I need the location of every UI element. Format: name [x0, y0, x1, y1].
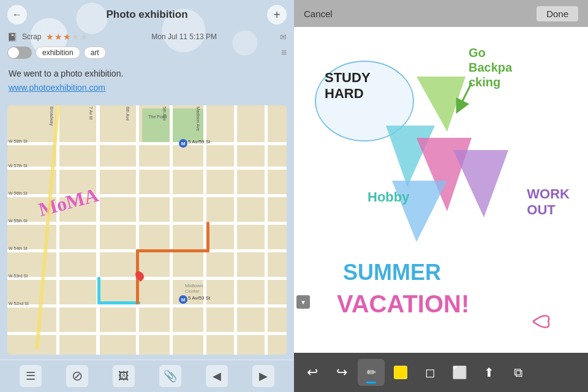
tag-art[interactable]: art	[84, 47, 106, 59]
vacation-text: VACATION!	[337, 290, 469, 318]
workout-text: WORKOUT	[527, 186, 570, 219]
note-date: Mon Jul 11 5:13 PM	[93, 32, 275, 41]
bottom-toolbar-right: ↩ ↪ ✏ ◻ ⬜ ⬆ ⧉	[294, 353, 588, 392]
tag-toggle[interactable]	[7, 47, 32, 59]
subway-label-1: 5 Av/59 St	[188, 139, 210, 145]
back-button[interactable]: ←	[7, 5, 27, 24]
drawing-canvas[interactable]: STUDYHARD GoBackpacking Hobby WORKOUT SU…	[294, 27, 588, 353]
route-orange-3	[206, 222, 209, 252]
attach-button[interactable]: 📎	[159, 365, 181, 387]
study-hard-text: STUDYHARD	[325, 70, 371, 102]
attach-icon: 📎	[164, 369, 177, 383]
tags-menu-button[interactable]: ≡	[281, 47, 287, 58]
route-orange-2	[136, 249, 209, 252]
ave-label-4: 5th Ave	[162, 107, 167, 121]
hobby-text: Hobby	[368, 189, 409, 205]
next-button[interactable]: ▶	[252, 365, 274, 387]
go-backpacking-text: GoBackpacking	[469, 45, 512, 89]
notebook-icon: 📓	[7, 32, 17, 42]
add-button[interactable]: +	[267, 5, 287, 24]
add-icon: +	[273, 8, 281, 22]
scroll-arrow-icon: ▼	[300, 299, 306, 306]
star-rating[interactable]: ★ ★ ★ ★ ★	[46, 32, 88, 42]
note-content: We went to a photo exhibition. www.photo…	[0, 61, 294, 100]
map-background: The Pond W 58th St W 57th St W 56th St W…	[7, 105, 287, 355]
color-swatch-button[interactable]	[387, 359, 414, 386]
star-3: ★	[63, 32, 71, 42]
pen-button[interactable]: ✏	[358, 359, 385, 386]
drawing-content: STUDYHARD GoBackpacking Hobby WORKOUT SU…	[294, 27, 588, 353]
right-panel: Cancel Done	[294, 0, 588, 392]
scroll-indicator: ▼	[296, 295, 310, 309]
vacation-flourish	[533, 316, 549, 328]
note-text: We went to a photo exhibition.	[9, 69, 123, 78]
pen-color-line	[366, 382, 376, 383]
metro-marker-1: M	[179, 139, 187, 148]
no-icon: ⊘	[72, 368, 83, 384]
prev-button[interactable]: ◀	[206, 365, 228, 387]
bottom-toolbar-left: ☰ ⊘ 🖼 📎 ◀ ▶	[0, 360, 294, 392]
star-1: ★	[46, 32, 54, 42]
moma-text: MoMA	[36, 184, 101, 221]
street-label-6: W 53rd St	[9, 274, 28, 278]
star-4: ★	[72, 32, 80, 42]
redo-button[interactable]: ↪	[328, 359, 355, 386]
list-icon: ☰	[26, 369, 36, 383]
map-container[interactable]: The Pond W 58th St W 57th St W 56th St W…	[7, 105, 287, 355]
street-h2	[7, 167, 287, 170]
midtown-label: MidtownCenter	[185, 283, 203, 294]
street-h6	[7, 277, 287, 280]
tag-exhibition[interactable]: exhibition	[36, 47, 80, 59]
image-button[interactable]: 🖼	[113, 365, 135, 387]
list-button[interactable]: ☰	[20, 365, 42, 387]
green-triangle-top	[417, 77, 466, 132]
park-area	[142, 108, 203, 142]
eraser-button[interactable]: ◻	[417, 359, 443, 386]
summer-text: SUMMER	[343, 260, 441, 285]
clear-button[interactable]: ⬜	[446, 359, 473, 386]
note-link[interactable]: www.photoexhibition.com	[9, 81, 285, 94]
ave-label-2: 7 Av M	[89, 107, 93, 119]
metro-label-1: M	[181, 141, 186, 146]
star-5: ★	[80, 32, 88, 42]
tags-bar: exhibition art ≡	[0, 44, 294, 61]
street-label-5: W 54th St	[9, 246, 28, 251]
pen-icon: ✏	[367, 366, 376, 379]
right-header: Cancel Done	[294, 0, 588, 27]
color-swatch	[394, 366, 407, 379]
subway-label-2: 5 Av/53 St	[188, 295, 210, 301]
ave-label-1: Broadway	[50, 107, 54, 126]
street-h7	[7, 304, 287, 307]
next-icon: ▶	[259, 369, 268, 383]
cyan-triangle-left	[386, 126, 435, 187]
pink-triangle-center	[417, 138, 472, 211]
cancel-button[interactable]: Cancel	[304, 9, 333, 19]
no-button[interactable]: ⊘	[66, 365, 88, 387]
street-label-2: W 57th St	[9, 164, 28, 168]
undo-icon: ↩	[307, 364, 318, 380]
street-label-1: W 58th St	[9, 139, 28, 143]
note-title: Photo exhibition	[106, 9, 187, 21]
street-v3	[136, 105, 139, 355]
prev-icon: ◀	[213, 369, 221, 383]
envelope-icon: ✉	[280, 32, 287, 42]
clear-icon: ⬜	[452, 365, 467, 380]
street-h8	[7, 332, 287, 335]
metro-label-2: M	[181, 297, 186, 303]
image-icon: 🖼	[118, 370, 129, 383]
street-label-4: W 55th St	[9, 219, 28, 223]
star-2: ★	[55, 32, 62, 42]
street-v4	[170, 105, 173, 355]
metro-marker-2: M	[179, 295, 187, 304]
street-label-7: W 52nd St	[9, 301, 29, 306]
export-icon: ⬆	[484, 365, 494, 380]
export-button[interactable]: ⬆	[475, 359, 502, 386]
layers-button[interactable]: ⧉	[505, 359, 532, 386]
undo-button[interactable]: ↩	[299, 359, 326, 386]
street-label-3: W 56th St	[9, 191, 28, 195]
street-v2	[96, 105, 100, 355]
street-v1	[56, 105, 59, 355]
done-button[interactable]: Done	[537, 6, 578, 21]
redo-icon: ↪	[336, 364, 347, 380]
street-h1	[7, 142, 287, 145]
